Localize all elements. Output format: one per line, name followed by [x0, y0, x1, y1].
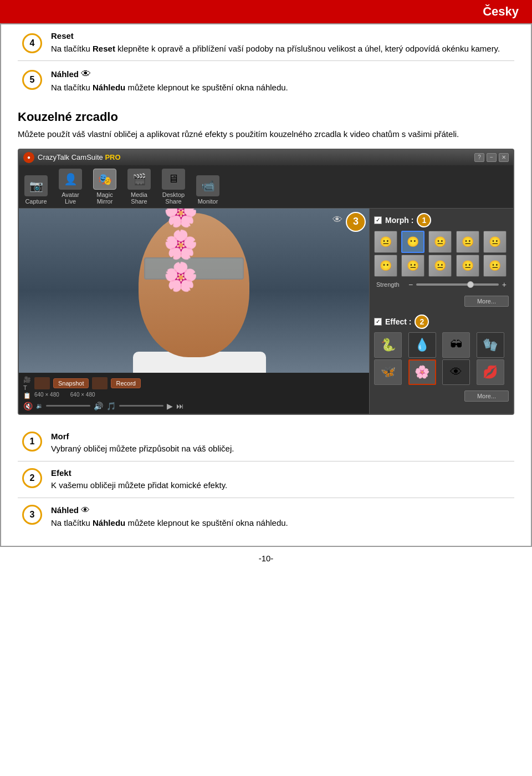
- desktop-share-label: DesktopShare: [162, 191, 185, 205]
- nahled-bottom-row: 3 Náhled 👁 Na tlačítku Náhledu můžete kl…: [18, 498, 514, 535]
- face-thumb-9: 😐: [457, 255, 479, 276]
- morph-more-button[interactable]: More...: [464, 296, 509, 307]
- efekt-text: Efekt K vašemu obličeji můžete přidat ko…: [51, 467, 510, 492]
- face-cell-2[interactable]: 😶: [401, 231, 424, 253]
- effect-cell-7[interactable]: 👁: [442, 359, 470, 385]
- record-button[interactable]: Record: [111, 378, 140, 388]
- strength-slider[interactable]: [416, 283, 499, 286]
- magic-mirror-icon: 🎭: [93, 169, 116, 190]
- effect-cell-3[interactable]: 🕶: [442, 332, 470, 358]
- reset-row: 4 Reset Na tlačítku Reset klepněte k opr…: [18, 24, 514, 61]
- record-size: 640 × 480: [70, 392, 95, 398]
- video-preview-badge: 3: [346, 212, 366, 232]
- nahled-bottom-title: Náhled: [51, 505, 79, 515]
- face-oval-container: 🌸🌸🌸: [133, 213, 255, 368]
- effect-cell-4[interactable]: 🧤: [477, 332, 504, 358]
- morf-text: Morf Vybraný obličej můžete přizpůsobit …: [51, 430, 510, 455]
- magic-mirror-desc: Můžete použít váš vlastní obličej a apli…: [18, 128, 514, 141]
- effect-cell-2[interactable]: 💧: [408, 332, 436, 358]
- toolbar-avatar-live[interactable]: 👤 AvatarLive: [59, 169, 82, 205]
- video-ctrl-icon-3: 📋: [23, 392, 31, 399]
- effect-section: ✓ Effect : 2 🐍 💧 🕶 🧤 🦋 🌸 👁 💋: [374, 315, 509, 404]
- help-button[interactable]: ?: [474, 153, 484, 162]
- effect-icon-2: 💧: [415, 338, 429, 352]
- effect-cell-1[interactable]: 🐍: [374, 332, 402, 358]
- app-titlebar: ● CrazyTalk CamSuite PRO ? − ✕: [19, 150, 513, 165]
- face-thumb-6: 😶: [375, 255, 397, 276]
- toolbar-monitor[interactable]: 📹 Monitor: [196, 175, 219, 205]
- top-info-table: 4 Reset Na tlačítku Reset klepněte k opr…: [18, 24, 514, 100]
- effect-grid: 🐍 💧 🕶 🧤 🦋 🌸 👁 💋: [374, 332, 509, 385]
- face-cell-5[interactable]: 😐: [483, 231, 507, 253]
- nahled-bottom-text: Náhled 👁 Na tlačítku Náhledu můžete klep…: [51, 504, 510, 530]
- nahled-top-title: Náhled: [51, 69, 79, 79]
- header-bar: Česky: [0, 0, 532, 23]
- face-cell-10[interactable]: 😐: [483, 255, 507, 277]
- mute-icon[interactable]: 🔇: [23, 402, 33, 410]
- video-controls: 🎥 T 📋 Snapshot Record: [19, 373, 369, 414]
- morph-checkbox[interactable]: ✓: [374, 216, 382, 224]
- effect-cell-8[interactable]: 💋: [477, 359, 504, 385]
- face-thumb-5: 😐: [484, 231, 506, 252]
- effect-more-button[interactable]: More...: [464, 390, 509, 402]
- effect-icon-3: 🕶: [450, 338, 462, 352]
- effect-cell-5[interactable]: 🦋: [374, 359, 402, 385]
- desktop-share-icon: 🖥: [162, 169, 185, 190]
- close-button[interactable]: ✕: [499, 153, 509, 162]
- strength-plus-icon[interactable]: +: [502, 280, 507, 289]
- eye-preview-icon: 👁: [332, 214, 342, 226]
- face-thumb-1: 😐: [375, 231, 397, 252]
- effect-cell-6[interactable]: 🌸: [408, 359, 436, 385]
- app-body: 🌸🌸🌸 3 👁: [19, 209, 513, 414]
- face-thumb-7: 😐: [402, 255, 424, 276]
- snapshot-row: Snapshot Record: [34, 377, 365, 389]
- number-3-circle: 3: [22, 505, 42, 525]
- toolbar-capture[interactable]: 📷 Capture: [24, 175, 48, 205]
- effect-icon-8: 💋: [483, 365, 498, 379]
- strength-thumb: [467, 281, 474, 288]
- face-thumb-10: 😐: [484, 255, 506, 276]
- app-titlebar-left: ● CrazyTalk CamSuite PRO: [23, 152, 121, 163]
- music-slider[interactable]: [119, 405, 163, 407]
- effect-checkbox[interactable]: ✓: [374, 318, 382, 326]
- app-title-text: CrazyTalk CamSuite PRO: [38, 153, 121, 161]
- strength-row: Strength − +: [374, 280, 509, 289]
- morph-section-title: Morph :: [385, 216, 413, 225]
- next-icon[interactable]: ⏭: [176, 402, 184, 410]
- media-share-icon: 🎬: [127, 169, 151, 190]
- snapshot-button[interactable]: Snapshot: [53, 378, 89, 388]
- music-icon: 🎵: [106, 402, 116, 410]
- face-cell-1[interactable]: 😐: [374, 231, 397, 253]
- video-area: 🌸🌸🌸 3 👁: [19, 209, 369, 373]
- efekt-title: Efekt: [51, 468, 71, 478]
- app-logo: ●: [23, 152, 34, 163]
- toolbar-media-share[interactable]: 🎬 MediaShare: [127, 169, 151, 205]
- play-icon[interactable]: ▶: [167, 402, 173, 410]
- effect-icon-5: 🦋: [381, 365, 396, 379]
- face-cell-6[interactable]: 😶: [374, 255, 397, 277]
- face-cell-8[interactable]: 😐: [428, 255, 452, 277]
- number-1-circle: 1: [22, 432, 42, 452]
- snapshot-size: 640 × 480: [34, 392, 59, 398]
- avatar-live-label: AvatarLive: [62, 191, 79, 205]
- volume-low-icon: 🔉: [36, 403, 43, 409]
- face-cell-4[interactable]: 😐: [456, 231, 479, 253]
- nahled-top-row: 5 Náhled 👁 Na tlačítku Náhledu můžete kl…: [18, 61, 514, 100]
- morph-section-header: ✓ Morph : 1: [374, 213, 509, 227]
- toolbar-magic-mirror[interactable]: 🎭 MagicMirror: [93, 169, 116, 205]
- face-thumb-3: 😐: [429, 231, 451, 252]
- face-thumb-8: 😐: [429, 255, 451, 276]
- strength-minus-icon[interactable]: −: [408, 280, 413, 289]
- snapshot-thumb: [34, 377, 50, 389]
- face-cell-3[interactable]: 😐: [428, 231, 452, 253]
- effect-icon-6: 🌸: [415, 365, 429, 379]
- reset-title: Reset: [51, 31, 74, 40]
- face-cell-9[interactable]: 😐: [456, 255, 479, 277]
- app-window-controls: ? − ✕: [474, 153, 509, 162]
- volume-slider[interactable]: [46, 405, 90, 407]
- effect-icon-1: 🐍: [381, 338, 396, 352]
- toolbar-desktop-share[interactable]: 🖥 DesktopShare: [162, 169, 185, 205]
- face-cell-7[interactable]: 😐: [401, 255, 424, 277]
- minimize-button[interactable]: −: [487, 153, 497, 162]
- effect-section-header: ✓ Effect : 2: [374, 315, 509, 329]
